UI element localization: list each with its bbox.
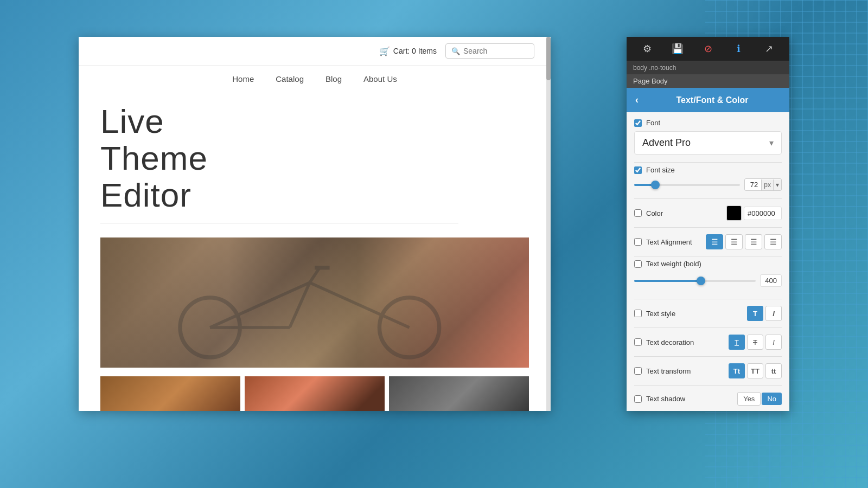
text-weight-label: Text weight (bold): [646, 260, 701, 268]
text-shadow-yes-btn[interactable]: Yes: [737, 392, 761, 406]
search-box[interactable]: 🔍: [445, 43, 534, 59]
scrollbar-thumb[interactable]: [546, 37, 551, 80]
panel-content: Font Advent Pro ▾ Font size 72 px: [627, 112, 789, 411]
toolbar-close-icon[interactable]: ⊘: [700, 41, 716, 56]
text-weight-value: 400: [760, 274, 782, 287]
toolbar-export-icon[interactable]: ↗: [761, 41, 776, 56]
nav-home[interactable]: Home: [232, 74, 254, 84]
font-size-unit[interactable]: px: [761, 179, 773, 190]
text-shadow-label-group: Text shadow: [634, 395, 685, 403]
hero-section: Live Theme Editor: [79, 92, 551, 237]
text-shadow-row: Text shadow Yes No: [634, 389, 782, 409]
text-transform-row: Text transform Tt TT tt: [634, 360, 782, 382]
divider-2: [634, 198, 782, 199]
text-decoration-row: Text decoration T T I: [634, 331, 782, 353]
search-input[interactable]: [463, 47, 528, 55]
text-weight-checkbox[interactable]: [634, 260, 642, 268]
color-controls: #000000: [726, 206, 782, 221]
text-style-italic-btn[interactable]: I: [765, 306, 782, 321]
divider-6: [634, 328, 782, 328]
text-transform-uppercase-btn[interactable]: TT: [747, 363, 763, 378]
text-transform-checkbox[interactable]: [634, 367, 642, 375]
panel-back-button[interactable]: ‹: [635, 94, 639, 106]
text-weight-section: Text weight (bold) 400: [634, 260, 782, 291]
text-transform-capitalize-btn[interactable]: Tt: [729, 363, 745, 378]
font-dropdown[interactable]: Advent Pro ▾: [634, 131, 782, 155]
browser-window: 🛒 Cart: 0 Items 🔍 Home Catalog Blog Abou…: [79, 37, 551, 411]
toolbar-save-icon[interactable]: 💾: [670, 41, 685, 56]
svg-line-2: [210, 282, 310, 328]
hero-line2: Theme: [100, 139, 208, 177]
hero-line1: Live: [100, 102, 164, 140]
align-right-btn[interactable]: ☰: [745, 234, 762, 249]
align-center-btn[interactable]: ☰: [725, 234, 743, 249]
nav-catalog[interactable]: Catalog: [276, 74, 304, 84]
text-style-bold-btn[interactable]: T: [747, 306, 763, 321]
hero-line3: Editor: [100, 176, 192, 214]
panel-breadcrumb: body .no-touch: [627, 61, 789, 74]
site-nav: Home Catalog Blog About Us: [79, 66, 551, 92]
text-alignment-buttons: ☰ ☰ ☰ ☰: [706, 234, 782, 249]
divider-5: [634, 299, 782, 299]
cart-button[interactable]: 🛒 Cart: 0 Items: [379, 46, 437, 56]
font-size-slider-thumb[interactable]: [651, 181, 660, 189]
font-size-slider[interactable]: [634, 184, 740, 186]
text-shadow-no-btn[interactable]: No: [762, 393, 782, 405]
thumbnail-1: [100, 376, 240, 411]
font-size-checkbox[interactable]: [634, 166, 642, 174]
text-shadow-checkbox[interactable]: [634, 395, 642, 403]
divider-3: [634, 227, 782, 228]
bike-image: [100, 237, 529, 368]
align-justify-btn[interactable]: ☰: [764, 234, 782, 249]
text-decoration-label-group: Text decoration: [634, 338, 694, 346]
panel-page-body-label[interactable]: Page Body: [627, 74, 789, 88]
nav-about[interactable]: About Us: [363, 74, 397, 84]
font-size-slider-row: 72 px ▾: [634, 178, 782, 191]
hero-title: Live Theme Editor: [100, 103, 529, 214]
text-decoration-checkbox[interactable]: [634, 338, 642, 346]
nav-blog[interactable]: Blog: [326, 74, 342, 84]
font-label-row: Font: [634, 119, 782, 127]
text-transform-lowercase-btn[interactable]: tt: [765, 363, 782, 378]
align-left-btn[interactable]: ☰: [706, 234, 723, 249]
color-hex-value[interactable]: #000000: [744, 207, 782, 220]
text-decoration-label: Text decoration: [646, 338, 694, 346]
divider-1: [634, 162, 782, 163]
scrollbar[interactable]: [546, 37, 551, 411]
font-size-dropdown-arrow[interactable]: ▾: [773, 179, 781, 190]
text-style-label-group: Text style: [634, 310, 675, 318]
text-weight-slider[interactable]: [634, 280, 756, 282]
text-weight-slider-thumb[interactable]: [697, 277, 705, 285]
divider-8: [634, 385, 782, 386]
text-decoration-strikethrough-btn[interactable]: T: [747, 335, 763, 350]
text-decoration-underline-btn[interactable]: T: [729, 335, 745, 350]
page-body-text: Page Body: [633, 77, 668, 85]
text-alignment-row: Text Alignment ☰ ☰ ☰ ☰: [634, 231, 782, 253]
text-style-controls: T I: [747, 306, 782, 321]
thumbnail-row: [100, 376, 529, 411]
thumbnail-3: [389, 376, 529, 411]
cart-label: Cart: 0 Items: [393, 47, 437, 55]
font-size-section: Font size 72 px ▾: [634, 166, 782, 191]
site-header: 🛒 Cart: 0 Items 🔍: [79, 37, 551, 66]
toolbar-info-icon[interactable]: ℹ: [731, 41, 746, 56]
text-weight-slider-fill: [634, 280, 701, 282]
text-transform-label: Text transform: [646, 367, 691, 375]
text-transform-label-group: Text transform: [634, 367, 691, 375]
panel-toolbar: ⚙ 💾 ⊘ ℹ ↗: [627, 37, 789, 61]
font-section: Font Advent Pro ▾: [634, 119, 782, 155]
text-style-row: Text style T I: [634, 303, 782, 324]
color-checkbox[interactable]: [634, 209, 642, 217]
toolbar-settings-icon[interactable]: ⚙: [640, 41, 655, 56]
text-style-checkbox[interactable]: [634, 310, 642, 317]
text-alignment-checkbox[interactable]: [634, 238, 642, 246]
svg-line-3: [310, 282, 410, 328]
font-checkbox[interactable]: [634, 119, 642, 127]
panel-header: ‹ Text/Font & Color: [627, 88, 789, 112]
color-swatch[interactable]: [726, 206, 742, 221]
chevron-down-icon: ▾: [769, 138, 774, 148]
font-size-value: 72: [745, 179, 761, 190]
text-decoration-italic-btn[interactable]: I: [765, 335, 782, 350]
font-size-label-row: Font size: [634, 166, 782, 174]
font-label: Font: [646, 119, 660, 127]
